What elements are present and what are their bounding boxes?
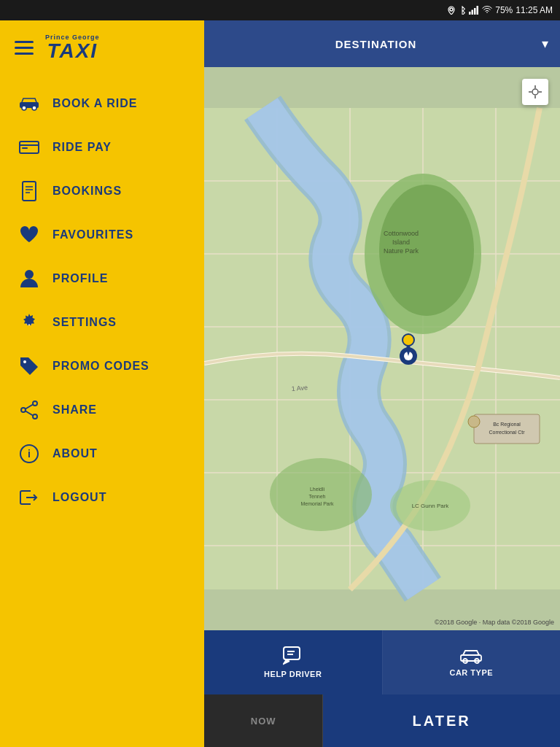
svg-rect-3 bbox=[474, 8, 476, 15]
chat-icon bbox=[283, 646, 303, 665]
content-area: DESTINATION ▾ bbox=[204, 20, 560, 747]
logout-icon bbox=[18, 486, 41, 509]
svg-rect-10 bbox=[22, 147, 28, 149]
crosshair-icon bbox=[528, 85, 542, 99]
later-button[interactable]: LATER bbox=[323, 694, 560, 747]
destination-row: DESTINATION ▾ bbox=[216, 36, 548, 52]
svg-point-43 bbox=[402, 334, 414, 346]
sidebar-item-promo-codes[interactable]: PROMO CODES bbox=[0, 344, 204, 388]
sidebar-item-about[interactable]: i ABOUT bbox=[0, 432, 204, 476]
doc-icon bbox=[18, 179, 41, 203]
tag-icon bbox=[18, 355, 41, 378]
card-icon bbox=[18, 136, 41, 159]
map-copyright: ©2018 Google · Map data ©2018 Google bbox=[435, 619, 554, 626]
sidebar-item-book-a-ride[interactable]: BOOK A RIDE bbox=[0, 82, 204, 125]
signal-icon bbox=[469, 6, 479, 15]
svg-text:Lheidli: Lheidli bbox=[310, 487, 325, 492]
share-label: SHARE bbox=[52, 403, 97, 417]
svg-rect-60 bbox=[284, 647, 300, 659]
main-layout: Prince George TAXI BOOK A RIDE bbox=[0, 20, 560, 747]
sidebar-item-bookings[interactable]: BOOKINGS bbox=[0, 169, 204, 213]
svg-point-20 bbox=[33, 414, 37, 419]
location-button[interactable] bbox=[522, 79, 548, 105]
status-icons: 75% 11:25 AM bbox=[447, 5, 553, 15]
car-icon bbox=[18, 92, 41, 115]
svg-text:Island: Island bbox=[392, 239, 410, 246]
nav-menu: BOOK A RIDE RIDE PAY bbox=[0, 74, 204, 527]
heart-icon bbox=[18, 223, 41, 247]
promo-codes-label: PROMO CODES bbox=[52, 360, 149, 373]
sidebar-item-settings[interactable]: SETTINGS bbox=[0, 301, 204, 344]
svg-point-0 bbox=[450, 8, 453, 11]
svg-point-19 bbox=[21, 408, 26, 412]
svg-point-55 bbox=[532, 89, 538, 95]
logo-area: Prince George TAXI bbox=[45, 34, 100, 61]
svg-point-6 bbox=[22, 106, 26, 110]
time-text: 11:25 AM bbox=[516, 5, 553, 15]
location-status-icon bbox=[447, 6, 456, 15]
svg-line-22 bbox=[26, 411, 33, 416]
svg-text:Cottonwood: Cottonwood bbox=[384, 230, 419, 237]
svg-rect-8 bbox=[20, 142, 39, 153]
car-outline-icon bbox=[459, 648, 483, 664]
svg-rect-2 bbox=[472, 10, 474, 15]
svg-line-21 bbox=[26, 405, 33, 409]
sidebar-item-share[interactable]: SHARE bbox=[0, 388, 204, 432]
gear-icon bbox=[18, 311, 41, 334]
bluetooth-icon bbox=[459, 6, 466, 15]
hamburger-button[interactable] bbox=[15, 41, 34, 55]
bottom-action: NOW LATER bbox=[204, 694, 560, 747]
svg-text:Bc Regional: Bc Regional bbox=[493, 422, 521, 427]
svg-point-17 bbox=[23, 360, 26, 363]
help-driver-label: HELP DRIVER bbox=[264, 670, 322, 678]
now-label: NOW bbox=[251, 716, 276, 727]
sidebar-header: Prince George TAXI bbox=[0, 20, 204, 74]
favourites-label: FAVOURITES bbox=[52, 228, 133, 241]
search-bar[interactable]: DESTINATION ▾ bbox=[204, 20, 560, 67]
svg-text:Correctional Ctr: Correctional Ctr bbox=[489, 430, 525, 435]
svg-point-54 bbox=[468, 416, 480, 427]
ride-pay-label: RIDE PAY bbox=[52, 141, 112, 154]
tab-help-driver[interactable]: HELP DRIVER bbox=[204, 630, 383, 694]
sidebar-item-favourites[interactable]: FAVOURITES bbox=[0, 213, 204, 257]
about-label: ABOUT bbox=[52, 447, 98, 460]
status-bar: 75% 11:25 AM bbox=[0, 0, 560, 20]
destination-label: DESTINATION bbox=[216, 38, 536, 50]
svg-text:LC Gunn Park: LC Gunn Park bbox=[412, 503, 450, 509]
svg-text:Memorial Park: Memorial Park bbox=[300, 501, 334, 506]
now-button[interactable]: NOW bbox=[204, 694, 323, 747]
svg-point-15 bbox=[25, 270, 34, 279]
svg-text:Nature Park: Nature Park bbox=[384, 247, 419, 255]
book-a-ride-label: BOOK A RIDE bbox=[52, 97, 137, 110]
sidebar-item-profile[interactable]: PROFILE bbox=[0, 257, 204, 301]
car-type-label: CAR TYPE bbox=[449, 668, 493, 677]
svg-rect-1 bbox=[469, 12, 471, 15]
map-svg: Cottonwood Island Nature Park Lheidli Te… bbox=[204, 67, 560, 630]
person-icon bbox=[18, 267, 41, 290]
tab-car-type[interactable]: CAR TYPE bbox=[383, 630, 561, 694]
svg-rect-51 bbox=[474, 414, 540, 444]
logo-title: TAXI bbox=[47, 41, 98, 61]
settings-label: SETTINGS bbox=[52, 316, 117, 329]
svg-text:Tenneh: Tenneh bbox=[309, 494, 326, 499]
later-label: LATER bbox=[413, 713, 471, 729]
svg-point-18 bbox=[33, 401, 37, 406]
svg-point-7 bbox=[32, 106, 36, 110]
sidebar-item-ride-pay[interactable]: RIDE PAY bbox=[0, 125, 204, 169]
logout-label: LOGOUT bbox=[52, 491, 106, 504]
svg-text:i: i bbox=[28, 448, 31, 460]
share-icon bbox=[18, 398, 41, 422]
wifi-icon bbox=[482, 6, 492, 15]
battery-text: 75% bbox=[495, 5, 513, 15]
chevron-down-icon: ▾ bbox=[542, 36, 548, 52]
svg-rect-11 bbox=[23, 182, 36, 201]
bookings-label: BOOKINGS bbox=[52, 185, 122, 198]
profile-label: PROFILE bbox=[52, 272, 108, 285]
svg-rect-4 bbox=[477, 6, 479, 15]
map-area: Cottonwood Island Nature Park Lheidli Te… bbox=[204, 67, 560, 630]
info-icon: i bbox=[18, 442, 41, 465]
sidebar: Prince George TAXI BOOK A RIDE bbox=[0, 20, 204, 747]
svg-text:1 Ave: 1 Ave bbox=[291, 384, 308, 392]
sidebar-item-logout[interactable]: LOGOUT bbox=[0, 476, 204, 519]
bottom-tabs: HELP DRIVER CAR TYPE bbox=[204, 630, 560, 694]
